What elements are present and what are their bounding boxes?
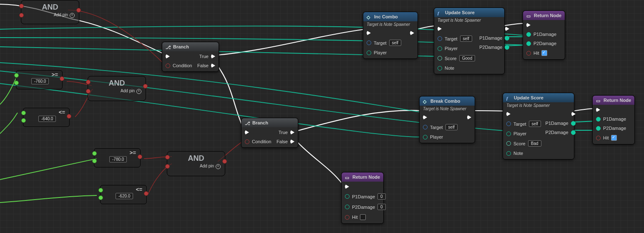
float-value[interactable]: -780.0 — [109, 156, 127, 162]
score-pin[interactable] — [506, 141, 511, 146]
bool-out-pin[interactable] — [144, 191, 148, 196]
hit-pin[interactable] — [526, 51, 531, 56]
float-in-pin[interactable] — [92, 151, 97, 156]
branch-node[interactable]: ⎇Branch Condition True False — [162, 42, 219, 72]
exec-in-pin[interactable] — [506, 111, 511, 116]
bool-in-pin[interactable] — [19, 13, 24, 18]
target-pin[interactable] — [506, 122, 511, 126]
p1damage-pin[interactable] — [526, 32, 531, 37]
break-combo-node[interactable]: ◇Break Combo Target is Note Spawner Targ… — [419, 96, 475, 143]
hit-pin[interactable] — [345, 215, 350, 220]
exec-true-pin[interactable] — [290, 130, 294, 135]
p2damage-out-pin[interactable] — [505, 45, 509, 50]
return-node[interactable]: ▭Return Node P1Damage0 P2Damage0 Hit — [341, 172, 384, 224]
target-pin[interactable] — [438, 36, 442, 41]
p1damage-pin[interactable] — [345, 194, 350, 199]
score-value[interactable]: Bad — [528, 140, 541, 147]
p2damage-pin[interactable] — [596, 126, 601, 131]
float-value[interactable]: -640.0 — [38, 116, 56, 122]
exec-in-pin[interactable] — [345, 184, 349, 189]
p1damage-out-pin[interactable] — [505, 36, 509, 41]
add-pin[interactable]: Add pin+ — [88, 89, 146, 97]
exec-true-pin[interactable] — [211, 54, 215, 59]
update-score-node[interactable]: fUpdate Score Target is Note Spawner Tar… — [503, 93, 574, 160]
exec-out-pin[interactable] — [467, 115, 471, 120]
bool-out-pin[interactable] — [143, 84, 148, 89]
self-value[interactable]: self — [460, 35, 473, 42]
bool-out-pin[interactable] — [60, 76, 64, 81]
exec-in-pin[interactable] — [526, 23, 531, 28]
hit-checkbox[interactable] — [360, 214, 366, 220]
exec-out-pin[interactable] — [571, 111, 576, 116]
p1damage-out-pin[interactable] — [571, 121, 576, 126]
condition-pin[interactable] — [166, 63, 170, 68]
bool-in-pin[interactable] — [165, 164, 170, 169]
target-pin[interactable] — [367, 41, 371, 45]
score-value[interactable]: Good — [459, 55, 475, 61]
float-in-pin[interactable] — [21, 118, 26, 123]
node-header[interactable]: ◇Inc Combo — [363, 12, 418, 21]
exec-out-pin[interactable] — [410, 30, 414, 35]
float-in-pin[interactable] — [21, 111, 26, 115]
float-in-pin[interactable] — [14, 73, 19, 78]
bool-out-pin[interactable] — [138, 154, 142, 159]
inc-combo-node[interactable]: ◇Inc Combo Target is Note Spawner Target… — [363, 12, 418, 59]
node-header[interactable]: fUpdate Score — [434, 8, 504, 17]
player-pin[interactable] — [506, 132, 511, 136]
float-in-pin[interactable] — [14, 81, 19, 85]
hit-checkbox[interactable] — [611, 135, 617, 141]
node-header[interactable]: ▭Return Node — [342, 172, 383, 182]
exec-in-pin[interactable] — [423, 115, 427, 120]
score-pin[interactable] — [438, 56, 442, 61]
condition-pin[interactable] — [245, 139, 249, 144]
p2damage-value[interactable]: 0 — [377, 204, 386, 210]
exec-out-pin[interactable] — [505, 26, 509, 31]
compare-le-node[interactable]: <= -620.0 — [100, 185, 147, 204]
node-header[interactable]: ⎇Branch — [242, 118, 298, 127]
branch-node[interactable]: ⎇Branch Condition True False — [241, 118, 298, 148]
player-pin[interactable] — [438, 46, 442, 51]
node-header[interactable]: ⎇Branch — [162, 42, 219, 51]
p2damage-out-pin[interactable] — [571, 130, 576, 135]
bool-in-pin[interactable] — [86, 89, 91, 94]
hit-checkbox[interactable] — [541, 50, 547, 56]
add-pin[interactable]: Add pin+ — [167, 164, 225, 172]
return-node[interactable]: ▭Return Node P1Damage P2Damage Hit — [592, 95, 635, 144]
and-node[interactable]: AND Add pin+ — [167, 151, 225, 176]
blueprint-canvas[interactable]: { "and": { "label": "AND", "addPin": "Ad… — [0, 0, 644, 233]
self-value[interactable]: self — [389, 40, 402, 46]
player-pin[interactable] — [423, 135, 428, 139]
compare-ge-node[interactable]: >= -760.0 — [16, 70, 63, 89]
compare-le-node[interactable]: <= -640.0 — [23, 108, 70, 127]
compare-ge-node[interactable]: >= -780.0 — [94, 148, 141, 167]
note-pin[interactable] — [506, 151, 511, 156]
update-score-node[interactable]: fUpdate Score Target is Note Spawner Tar… — [434, 8, 505, 74]
bool-out-pin[interactable] — [67, 114, 71, 119]
and-node[interactable]: AND Add pin+ — [88, 76, 146, 101]
p2damage-pin[interactable] — [526, 41, 531, 46]
exec-in-pin[interactable] — [166, 54, 170, 59]
hit-pin[interactable] — [596, 136, 601, 140]
bool-out-pin[interactable] — [76, 8, 81, 13]
add-pin[interactable]: Add pin+ — [21, 13, 79, 21]
float-in-pin[interactable] — [98, 188, 103, 192]
float-value[interactable]: -760.0 — [31, 78, 49, 84]
exec-in-pin[interactable] — [596, 107, 600, 112]
exec-false-pin[interactable] — [211, 63, 215, 68]
float-in-pin[interactable] — [98, 195, 103, 200]
and-node[interactable]: AND Add pin+ — [21, 0, 79, 24]
target-pin[interactable] — [423, 125, 428, 129]
exec-in-pin[interactable] — [438, 26, 442, 31]
bool-in-pin[interactable] — [19, 4, 24, 8]
bool-in-pin[interactable] — [165, 155, 170, 160]
bool-out-pin[interactable] — [222, 159, 227, 164]
exec-false-pin[interactable] — [290, 139, 294, 144]
p2damage-pin[interactable] — [345, 205, 350, 209]
exec-in-pin[interactable] — [245, 130, 249, 135]
return-node[interactable]: ▭Return Node P1Damage P2Damage Hit — [523, 10, 565, 60]
p1damage-value[interactable]: 0 — [377, 193, 386, 200]
float-value[interactable]: -620.0 — [116, 193, 133, 199]
note-pin[interactable] — [438, 66, 442, 71]
self-value[interactable]: self — [529, 121, 541, 127]
node-header[interactable]: ▭Return Node — [593, 96, 634, 105]
